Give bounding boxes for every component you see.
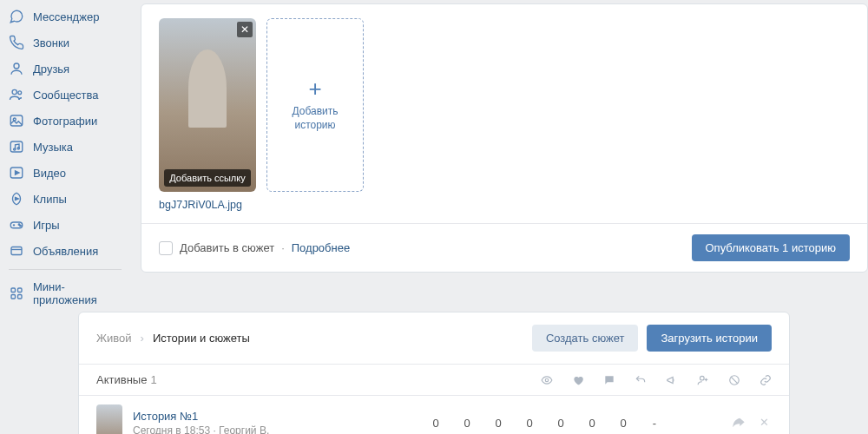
create-plot-button[interactable]: Создать сюжет (532, 325, 639, 352)
breadcrumb-actions: Создать сюжет Загрузить истории (532, 325, 772, 352)
sidebar-item-photos[interactable]: Фотографии (0, 108, 130, 134)
sidebar-item-label: Мессенджер (33, 10, 99, 23)
sidebar-item-label: Друзья (33, 62, 69, 76)
filename-label: bgJ7JRiV0LA.jpg (141, 199, 867, 223)
user-icon (9, 61, 24, 76)
users-icon (9, 87, 24, 102)
sidebar-item-miniapps[interactable]: Мини-приложения (0, 275, 130, 312)
story-row-thumbnail[interactable] (96, 404, 122, 434)
sidebar-item-communities[interactable]: Сообщества (0, 82, 130, 108)
music-icon (9, 139, 24, 155)
plus-icon: + (308, 77, 321, 100)
stat-comments: 0 (492, 417, 504, 430)
svg-point-11 (20, 225, 22, 227)
story-row-meta: История №1 Сегодня в 18:53 · Георгий В. (133, 410, 280, 435)
main-column: ✕ Добавить ссылку + Добавить историю bgJ… (141, 3, 868, 283)
active-count: 1 (150, 373, 156, 386)
sidebar-item-calls[interactable]: Звонки (0, 30, 130, 56)
story-row-subtitle: Сегодня в 18:53 · Георгий В. (133, 424, 280, 435)
story-row-stats: 0 0 0 0 0 0 0 - (430, 417, 713, 430)
stat-subs: 0 (586, 417, 598, 430)
close-icon[interactable]: ✕ (237, 22, 253, 37)
sidebar-item-label: Игры (33, 219, 60, 232)
grid-icon (9, 286, 24, 301)
svg-rect-5 (10, 141, 23, 152)
stat-shares: 0 (555, 417, 567, 430)
story-thumbnail[interactable]: ✕ Добавить ссылку (159, 18, 256, 192)
add-story-button[interactable]: + Добавить историю (266, 18, 364, 192)
svg-rect-15 (11, 295, 16, 299)
breadcrumb: Живой › Истории и сюжеты Создать сюжет З… (79, 312, 789, 364)
sidebar-item-games[interactable]: Игры (0, 212, 130, 238)
add-to-plot-checkbox[interactable] (159, 241, 173, 255)
sidebar-item-ads[interactable]: Объявления (0, 238, 130, 264)
breadcrumb-root[interactable]: Живой (96, 332, 132, 345)
sidebar-item-label: Сообщества (33, 89, 99, 102)
publish-button[interactable]: Опубликовать 1 историю (692, 234, 851, 261)
sidebar-item-messenger[interactable]: Мессенджер (0, 3, 130, 30)
eye-icon (541, 374, 553, 386)
story-image-placeholder (188, 49, 227, 128)
add-to-plot-label: Добавить в сюжет (180, 241, 274, 254)
story-row-title[interactable]: История №1 (133, 410, 280, 423)
svg-point-17 (545, 378, 549, 382)
svg-point-18 (700, 376, 705, 380)
active-section-header: Активные 1 (79, 364, 789, 396)
delete-icon[interactable]: ✕ (760, 416, 772, 428)
phone-icon (9, 35, 24, 50)
stat-header-icons (541, 374, 772, 386)
sidebar-item-label: Мини-приложения (33, 280, 122, 306)
sidebar-item-label: Клипы (33, 193, 67, 206)
svg-point-0 (14, 63, 19, 69)
divider (9, 269, 122, 270)
sidebar-item-music[interactable]: Музыка (0, 134, 130, 160)
chat-icon (9, 9, 24, 24)
more-link[interactable]: Подробнее (292, 241, 350, 254)
active-label: Активные (96, 373, 147, 386)
stories-row: ✕ Добавить ссылку + Добавить историю (141, 4, 867, 199)
stat-likes: 0 (461, 417, 473, 430)
svg-point-1 (12, 89, 16, 94)
upload-stories-button[interactable]: Загрузить истории (647, 325, 772, 352)
sidebar-item-label: Видео (33, 167, 66, 180)
image-icon (9, 113, 24, 128)
gamepad-icon (9, 217, 24, 233)
stories-manager-card: Живой › Истории и сюжеты Создать сюжет З… (78, 312, 790, 434)
story-row: История №1 Сегодня в 18:53 · Георгий В. … (79, 396, 789, 434)
stat-links: - (648, 417, 661, 430)
video-icon (9, 165, 24, 181)
sidebar-item-label: Музыка (33, 141, 73, 154)
link-icon (760, 374, 772, 386)
share-icon[interactable] (732, 416, 746, 430)
lower-section: Живой › Истории и сюжеты Создать сюжет З… (78, 312, 790, 434)
comment-icon (603, 374, 615, 386)
sidebar-item-friends[interactable]: Друзья (0, 56, 130, 82)
stat-replies: 0 (523, 417, 536, 430)
stat-views: 0 (430, 417, 442, 430)
add-story-label: Добавить историю (292, 105, 338, 132)
chevron-right-icon: › (141, 332, 144, 345)
add-link-ribbon[interactable]: Добавить ссылку (164, 169, 251, 187)
add-to-plot-row: Добавить в сюжет · Подробнее (159, 241, 350, 255)
ban-icon (728, 374, 740, 386)
clips-icon (9, 191, 24, 207)
svg-rect-12 (11, 247, 22, 255)
user-plus-icon (697, 374, 709, 386)
svg-rect-14 (18, 288, 23, 293)
sidebar: Мессенджер Звонки Друзья Сообщества Фото… (0, 3, 130, 312)
svg-point-6 (14, 148, 16, 150)
reply-icon (635, 374, 647, 386)
sidebar-item-video[interactable]: Видео (0, 160, 130, 186)
upload-footer: Добавить в сюжет · Подробнее Опубликоват… (141, 223, 867, 272)
megaphone-icon (666, 374, 678, 386)
story-upload-card: ✕ Добавить ссылку + Добавить историю bgJ… (141, 3, 868, 273)
sidebar-item-clips[interactable]: Клипы (0, 186, 130, 212)
svg-point-7 (17, 148, 19, 149)
dot-separator: · (281, 241, 285, 254)
svg-rect-16 (18, 295, 23, 299)
breadcrumb-current: Истории и сюжеты (153, 332, 250, 345)
sidebar-item-label: Фотографии (33, 115, 97, 128)
sidebar-item-label: Объявления (33, 245, 98, 258)
svg-rect-13 (11, 288, 16, 293)
svg-point-2 (18, 91, 22, 95)
